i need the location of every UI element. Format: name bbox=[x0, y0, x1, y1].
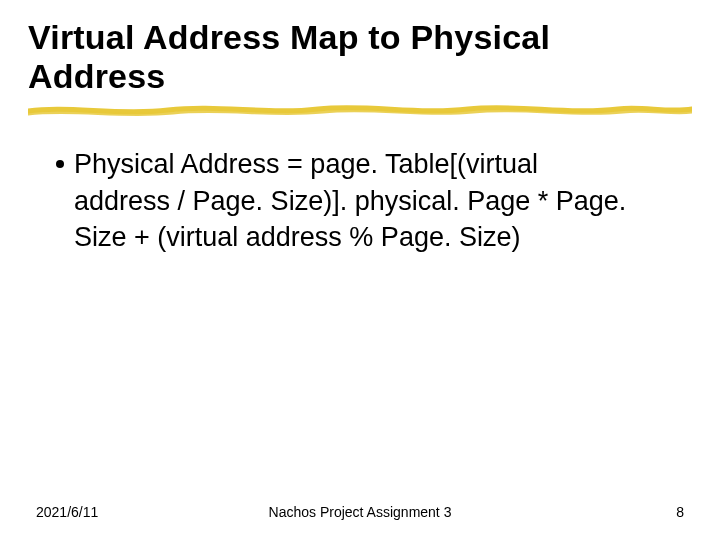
bullet-item: Physical Address = page. Table[(virtual … bbox=[56, 146, 692, 255]
slide-footer: 2021/6/11 Nachos Project Assignment 3 8 bbox=[0, 504, 720, 520]
title-underline bbox=[28, 102, 692, 118]
slide-title: Virtual Address Map to Physical Address bbox=[28, 18, 692, 96]
footer-title: Nachos Project Assignment 3 bbox=[269, 504, 452, 520]
footer-date: 2021/6/11 bbox=[36, 504, 98, 520]
bullet-dot-icon bbox=[56, 160, 64, 168]
bullet-text: Physical Address = page. Table[(virtual … bbox=[74, 146, 634, 255]
slide-body: Physical Address = page. Table[(virtual … bbox=[28, 146, 692, 255]
footer-page-number: 8 bbox=[676, 504, 684, 520]
slide: Virtual Address Map to Physical Address … bbox=[0, 0, 720, 540]
